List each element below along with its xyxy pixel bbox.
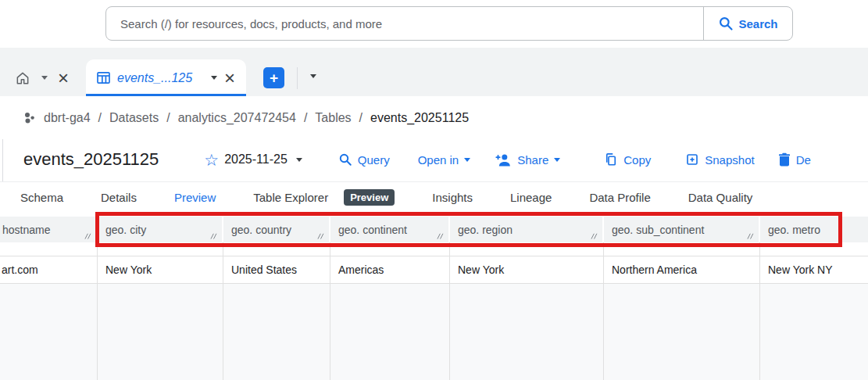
date-partition-selector[interactable]: ☆ 2025-11-25 (204, 152, 302, 168)
home-tab-group: × (14, 59, 80, 96)
cell-geo-metro: New York NY (760, 256, 868, 283)
chevron-down-icon[interactable] (211, 76, 217, 80)
column-header-geo-sub-continent[interactable]: geo. sub_continent (604, 217, 760, 242)
tab-table-explorer[interactable]: Table Explorer Preview (253, 189, 395, 206)
cell-geo-country: United States (223, 256, 330, 283)
global-search-box: Search (105, 6, 793, 41)
tab-insights[interactable]: Insights (432, 191, 473, 204)
column-resize-icon[interactable] (317, 232, 324, 239)
chevron-down-icon (464, 158, 470, 162)
tab-lineage[interactable]: Lineage (510, 191, 552, 204)
top-header: Search (0, 0, 868, 48)
delete-label: De (796, 153, 811, 167)
breadcrumb: dbrt-ga4 / Datasets / analytics_20747245… (0, 96, 868, 139)
breadcrumb-separator: / (359, 111, 363, 125)
column-label: geo. country (231, 224, 291, 236)
column-header-geo-metro[interactable]: geo. metro (760, 217, 868, 242)
preview-badge: Preview (344, 189, 395, 206)
breadcrumb-separator: / (304, 111, 307, 125)
open-in-label: Open in (418, 153, 459, 167)
tab-title: events_...125 (117, 71, 204, 85)
copy-icon (604, 152, 618, 167)
close-icon[interactable]: × (224, 69, 235, 88)
tab-data-quality[interactable]: Data Quality (688, 191, 753, 204)
tab-details[interactable]: Details (101, 191, 137, 204)
share-button[interactable]: Share (495, 153, 560, 167)
tab-list-menu[interactable] (310, 67, 316, 81)
query-icon (338, 152, 352, 167)
column-header-geo-country[interactable]: geo. country (223, 217, 330, 242)
query-button[interactable]: Query (338, 152, 390, 167)
home-icon[interactable] (14, 70, 31, 86)
column-label: geo. sub_continent (612, 224, 704, 236)
column-label: geo. continent (338, 224, 407, 236)
table-row-spacer (0, 242, 868, 256)
cell-hostname: art.com (0, 256, 98, 283)
column-resize-icon[interactable] (84, 232, 91, 239)
cell-geo-region: New York (450, 256, 604, 283)
chevron-down-icon[interactable] (41, 76, 48, 80)
column-label: hostname (2, 224, 50, 236)
close-icon[interactable]: × (58, 69, 69, 88)
divider (297, 67, 298, 89)
column-resize-icon[interactable] (437, 232, 444, 239)
tab-data-profile[interactable]: Data Profile (589, 191, 650, 204)
tab-schema[interactable]: Schema (20, 191, 63, 204)
table-row[interactable]: art.com New York United States Americas … (0, 256, 868, 284)
column-label: geo. city (105, 224, 146, 236)
project-icon (23, 112, 36, 124)
search-button-label: Search (738, 17, 777, 30)
breadcrumb-datasets[interactable]: Datasets (109, 111, 159, 125)
copy-label: Copy (623, 153, 651, 167)
query-label: Query (358, 153, 390, 167)
snapshot-icon (685, 152, 699, 167)
column-resize-icon[interactable] (210, 232, 217, 239)
star-icon[interactable]: ☆ (204, 152, 219, 168)
person-add-icon (495, 153, 512, 167)
breadcrumb-dataset-name[interactable]: analytics_207472454 (178, 111, 296, 125)
column-resize-icon[interactable] (591, 232, 598, 239)
chevron-down-icon (554, 158, 560, 162)
open-in-button[interactable]: Open in (418, 153, 471, 167)
breadcrumb-separator: / (98, 111, 102, 125)
date-label: 2025-11-25 (224, 152, 288, 167)
bigquery-console: Search × events_...125 × + (0, 0, 868, 380)
snapshot-button[interactable]: Snapshot (685, 152, 754, 167)
column-header-geo-continent[interactable]: geo. continent (330, 217, 450, 242)
table-icon (97, 72, 110, 84)
delete-button[interactable]: De (778, 152, 811, 167)
chevron-down-icon (296, 158, 302, 162)
column-resize-icon[interactable] (747, 232, 754, 239)
share-label: Share (517, 153, 548, 167)
trash-icon (778, 152, 791, 167)
breadcrumb-tables[interactable]: Tables (315, 111, 351, 125)
column-header-geo-city[interactable]: geo. city (98, 217, 223, 242)
snapshot-label: Snapshot (705, 153, 754, 167)
search-input[interactable] (106, 7, 703, 40)
chevron-down-icon (310, 74, 316, 78)
breadcrumb-current-table: events_20251125 (370, 111, 469, 125)
preview-table-header: hostname geo. city geo. country geo. con… (0, 217, 868, 242)
search-icon (718, 16, 734, 31)
column-label: geo. region (458, 224, 513, 236)
cell-geo-sub-continent: Northern America (604, 256, 760, 283)
tab-bar: × events_...125 × + (0, 48, 868, 96)
table-view-tabs: Schema Details Preview Table Explorer Pr… (0, 181, 868, 213)
plus-icon: + (270, 70, 278, 87)
preview-table-body: art.com New York United States Americas … (0, 242, 868, 380)
page-title: events_20251125 (23, 149, 159, 170)
tab-events-20251125[interactable]: events_...125 × (86, 59, 246, 96)
table-explorer-label: Table Explorer (253, 191, 328, 204)
table-toolbar: events_20251125 ☆ 2025-11-25 Query Open … (0, 139, 868, 180)
breadcrumb-project[interactable]: dbrt-ga4 (44, 111, 91, 125)
search-button[interactable]: Search (703, 7, 792, 40)
copy-button[interactable]: Copy (604, 152, 651, 167)
add-tab-button[interactable]: + (263, 67, 284, 88)
column-header-geo-region[interactable]: geo. region (450, 217, 604, 242)
column-header-hostname[interactable]: hostname (0, 217, 98, 242)
cell-geo-city: New York (98, 256, 223, 283)
tab-preview[interactable]: Preview (174, 191, 216, 204)
breadcrumb-separator: / (166, 111, 170, 125)
column-label: geo. metro (768, 224, 820, 236)
table-empty-area (0, 284, 868, 380)
